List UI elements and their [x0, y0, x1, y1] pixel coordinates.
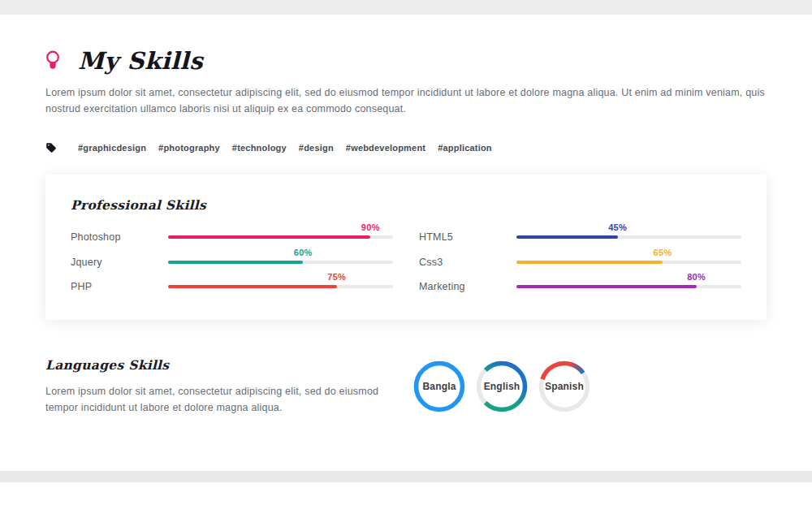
languages-description: Lorem ipsum dolor sit amet, consectetur …	[45, 383, 395, 416]
skill-bar-track: 60%	[168, 261, 393, 264]
tag-item[interactable]: #design	[299, 143, 334, 153]
language-label: English	[475, 360, 529, 413]
skill-bar-fill: 45%	[516, 235, 618, 239]
tag-icon	[45, 142, 58, 153]
skills-column: HTML545%Css365%Marketing80%	[419, 214, 741, 294]
languages-text: Languages Skills Lorem ipsum dolor sit a…	[45, 357, 395, 416]
lightbulb-icon	[45, 50, 62, 72]
tag-item[interactable]: #application	[438, 143, 492, 153]
language-ring: Spanish	[538, 360, 591, 413]
skill-label: HTML5	[419, 231, 516, 243]
skill-bar-fill: 75%	[168, 285, 337, 288]
languages-skills-block: Languages Skills Lorem ipsum dolor sit a…	[45, 357, 767, 416]
skill-row: HTML545%	[419, 230, 741, 244]
section-divider	[0, 471, 812, 482]
section-header: My Skills	[45, 47, 767, 75]
tag-item[interactable]: #technology	[232, 143, 287, 153]
skill-bar-fill: 90%	[168, 235, 370, 239]
skill-percent: 65%	[654, 248, 672, 257]
skill-percent: 45%	[608, 222, 627, 232]
skill-label: Jquery	[71, 257, 168, 268]
tags-row: #graphicdesign#photography#technology#de…	[45, 142, 767, 153]
skills-grid: Photoshop90%Jquery60%PHP75%HTML545%Css36…	[71, 214, 741, 294]
professional-skills-card: Professional Skills Photoshop90%Jquery60…	[45, 175, 767, 320]
my-skills-section: My Skills Lorem ipsum dolor sit amet, co…	[0, 15, 812, 471]
skill-label: Photoshop	[71, 231, 168, 243]
skill-label: Marketing	[419, 281, 516, 292]
skill-percent: 90%	[361, 222, 380, 232]
skill-bar-fill: 80%	[516, 285, 697, 288]
intro-paragraph: Lorem ipsum dolor sit amet, consectetur …	[45, 84, 767, 117]
skill-row: PHP75%	[71, 279, 393, 294]
content-container: My Skills Lorem ipsum dolor sit amet, co…	[45, 15, 767, 416]
skill-bar-track: 80%	[516, 285, 741, 288]
tag-item[interactable]: #graphicdesign	[78, 143, 146, 153]
language-label: Bangla	[412, 360, 466, 413]
tag-item[interactable]: #photography	[158, 143, 220, 153]
language-rings: Bangla English Spanish	[412, 360, 600, 413]
skill-percent: 75%	[327, 272, 346, 282]
skill-label: PHP	[71, 281, 168, 292]
page-title: My Skills	[78, 47, 203, 75]
tags-list: #graphicdesign#photography#technology#de…	[66, 143, 492, 153]
skills-column: Photoshop90%Jquery60%PHP75%	[71, 214, 393, 294]
skill-row: Marketing80%	[419, 279, 741, 294]
language-ring: English	[475, 360, 529, 413]
next-section-start	[0, 482, 812, 505]
skill-bar-track: 90%	[168, 235, 393, 239]
skill-bar-track: 45%	[516, 235, 741, 239]
skill-bar-fill: 60%	[168, 261, 303, 264]
languages-title: Languages Skills	[45, 357, 395, 373]
skill-percent: 60%	[294, 248, 313, 257]
skill-percent: 80%	[687, 272, 706, 282]
skill-label: Css3	[419, 257, 516, 268]
skill-row: Jquery60%	[71, 255, 393, 270]
tag-item[interactable]: #webdevelopment	[346, 143, 425, 153]
skill-row: Photoshop90%	[71, 230, 393, 244]
professional-skills-title: Professional Skills	[71, 197, 741, 214]
skill-bar-track: 65%	[516, 261, 741, 264]
page-top-gap	[0, 0, 812, 15]
language-label: Spanish	[538, 360, 591, 413]
skill-bar-fill: 65%	[516, 261, 663, 264]
skill-bar-track: 75%	[168, 285, 393, 288]
skill-row: Css365%	[419, 255, 741, 270]
language-ring: Bangla	[412, 360, 466, 413]
